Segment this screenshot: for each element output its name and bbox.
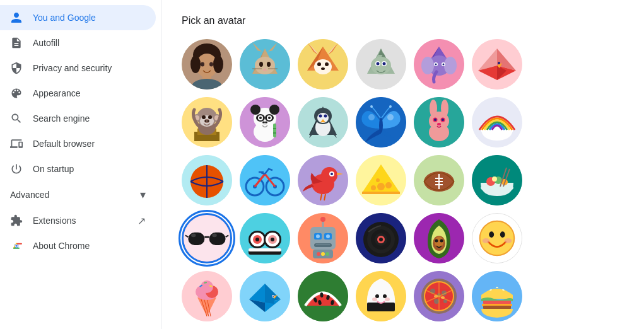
svg-rect-264 bbox=[483, 306, 511, 309]
svg-point-194 bbox=[321, 252, 325, 256]
avatar-fox[interactable] bbox=[298, 39, 348, 89]
svg-point-170 bbox=[212, 234, 216, 238]
svg-point-41 bbox=[377, 62, 380, 66]
sidebar-item-privacy[interactable]: Privacy and security bbox=[0, 55, 156, 81]
svg-point-32 bbox=[325, 62, 329, 66]
sidebar-item-label: Default browser bbox=[33, 139, 95, 149]
svg-rect-262 bbox=[483, 301, 511, 304]
svg-point-188 bbox=[316, 234, 320, 238]
avatar-sandwich[interactable] bbox=[472, 271, 522, 321]
svg-point-84 bbox=[259, 117, 262, 119]
svg-point-18 bbox=[259, 62, 263, 67]
sidebar-item-on-startup[interactable]: On startup bbox=[0, 156, 156, 182]
svg-point-146 bbox=[385, 182, 392, 188]
avatar-origami-red[interactable] bbox=[472, 39, 522, 89]
svg-point-169 bbox=[191, 234, 196, 238]
svg-point-71 bbox=[202, 115, 206, 119]
avatar-icecream[interactable] bbox=[182, 271, 232, 321]
avatar-cheese[interactable] bbox=[356, 155, 406, 205]
sidebar-item-label: You and Google bbox=[33, 13, 96, 23]
svg-rect-181 bbox=[249, 248, 281, 251]
avatar-sunglasses[interactable] bbox=[182, 213, 232, 263]
sidebar-item-default-browser[interactable]: Default browser bbox=[0, 131, 156, 156]
avatar-panda[interactable] bbox=[240, 97, 290, 147]
svg-point-107 bbox=[389, 105, 392, 108]
svg-point-49 bbox=[444, 57, 457, 74]
sidebar-item-search[interactable]: Search engine bbox=[0, 106, 156, 131]
main-content: Pick an avatar bbox=[161, 0, 644, 329]
svg-point-193 bbox=[317, 252, 320, 256]
svg-point-11 bbox=[209, 62, 213, 67]
page-title: Pick an avatar bbox=[182, 15, 624, 26]
puzzle-icon bbox=[10, 214, 23, 227]
avatar-watermelon[interactable] bbox=[298, 271, 348, 321]
svg-point-206 bbox=[435, 240, 438, 243]
svg-point-74 bbox=[205, 120, 207, 122]
avatar-avocado[interactable] bbox=[414, 213, 464, 263]
svg-point-53 bbox=[443, 64, 445, 66]
svg-point-80 bbox=[269, 105, 279, 115]
chrome-icon bbox=[10, 240, 23, 252]
avatar-butterfly[interactable] bbox=[356, 97, 406, 147]
svg-point-179 bbox=[271, 238, 274, 241]
svg-point-60 bbox=[498, 62, 500, 64]
avatar-smile[interactable] bbox=[472, 213, 522, 263]
avatar-monkey[interactable] bbox=[182, 97, 232, 147]
sidebar-item-appearance[interactable]: Appearance bbox=[0, 81, 156, 106]
svg-point-2 bbox=[15, 245, 17, 246]
avatar-photo[interactable] bbox=[182, 39, 232, 89]
search-icon bbox=[10, 112, 23, 125]
avatar-cat[interactable] bbox=[240, 39, 290, 89]
sidebar-item-label: On startup bbox=[33, 164, 74, 174]
sidebar-item-label: Appearance bbox=[33, 88, 81, 98]
avatar-elephant[interactable] bbox=[414, 39, 464, 89]
avatar-robot[interactable] bbox=[298, 213, 348, 263]
sidebar-item-label: About Chrome bbox=[33, 241, 90, 251]
svg-point-79 bbox=[250, 105, 261, 115]
svg-point-51 bbox=[435, 64, 437, 66]
avatar-food[interactable] bbox=[472, 155, 522, 205]
browser-icon bbox=[10, 137, 23, 150]
svg-point-43 bbox=[383, 62, 386, 66]
sidebar-item-autofill[interactable]: Autofill bbox=[0, 30, 156, 55]
svg-point-105 bbox=[379, 118, 383, 133]
svg-point-211 bbox=[500, 231, 505, 238]
svg-point-117 bbox=[434, 118, 436, 121]
avatar-football[interactable] bbox=[414, 155, 464, 205]
svg-point-86 bbox=[268, 117, 271, 119]
svg-point-17 bbox=[255, 57, 275, 74]
svg-point-266 bbox=[496, 287, 498, 288]
svg-point-246 bbox=[385, 297, 390, 301]
svg-point-39 bbox=[371, 57, 391, 74]
avatar-pizza[interactable] bbox=[414, 271, 464, 321]
avatar-basketball[interactable] bbox=[182, 155, 232, 205]
person-icon bbox=[10, 11, 23, 24]
sidebar-advanced[interactable]: Advanced ▾ bbox=[0, 182, 156, 208]
avatar-bird[interactable] bbox=[298, 155, 348, 205]
avatar-penguin[interactable] bbox=[298, 97, 348, 147]
svg-point-6 bbox=[190, 55, 201, 73]
svg-point-89 bbox=[265, 122, 267, 124]
avatar-bike[interactable] bbox=[240, 155, 290, 205]
svg-point-213 bbox=[505, 238, 512, 243]
svg-point-127 bbox=[240, 155, 290, 205]
avatar-rainbow[interactable] bbox=[472, 97, 522, 147]
svg-point-100 bbox=[324, 115, 327, 118]
avatar-dino[interactable] bbox=[356, 39, 406, 89]
svg-point-195 bbox=[325, 252, 329, 256]
sidebar-item-about-chrome[interactable]: About Chrome bbox=[0, 233, 156, 258]
avatar-vinyl[interactable] bbox=[356, 213, 406, 263]
sidebar-item-label: Privacy and security bbox=[33, 63, 112, 73]
svg-point-189 bbox=[326, 234, 330, 238]
svg-point-245 bbox=[372, 297, 377, 301]
svg-point-135 bbox=[321, 167, 337, 183]
avatar-riceball[interactable] bbox=[356, 271, 406, 321]
avatar-origami2[interactable] bbox=[240, 271, 290, 321]
avatar-sushi[interactable] bbox=[240, 213, 290, 263]
svg-point-144 bbox=[377, 183, 385, 190]
svg-point-108 bbox=[368, 114, 375, 120]
sidebar-item-you-and-google[interactable]: You and Google bbox=[0, 5, 156, 30]
avatar-rabbit[interactable] bbox=[414, 97, 464, 147]
sidebar-item-extensions[interactable]: Extensions ↗ bbox=[0, 208, 156, 233]
svg-point-31 bbox=[317, 62, 321, 66]
